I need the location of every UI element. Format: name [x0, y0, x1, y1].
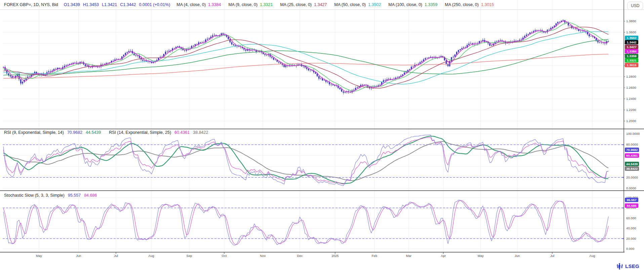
month-label: Dec — [292, 254, 307, 258]
axis-tick-label: 1.2600 — [626, 86, 636, 89]
lseg-logo: LSEG — [616, 263, 639, 270]
month-label: May — [473, 254, 488, 258]
high-value: H1.3453 — [83, 2, 99, 7]
rsi1-label: RSI (9, Exponential, Simple, 14) — [4, 130, 64, 135]
stochastic-k-value: 95.557 — [68, 193, 81, 198]
month-label: Apr — [436, 254, 451, 258]
axis-tick-label: 1.2800 — [626, 75, 636, 78]
month-label: Aug — [144, 254, 159, 258]
rsi1-avg-value: 44.5439 — [86, 130, 101, 135]
open-value: O1.3439 — [64, 2, 80, 7]
rsi2-avg-value: 38.8422 — [193, 130, 208, 135]
ma-legend-item: MA (25, close, 0)1.3427 — [280, 2, 327, 7]
axis-tick-label: 20.000 — [626, 237, 636, 240]
axis-price-badge: 60.4361 — [625, 153, 639, 158]
rsi-panel-header: RSI (9, Exponential, Simple, 14) 70.9682… — [4, 130, 208, 135]
axis-tick-label: 1.2200 — [626, 108, 636, 112]
axis-tick-label: 1.3800 — [626, 19, 636, 23]
lseg-crest-icon — [616, 263, 624, 270]
month-label: Jun — [510, 254, 525, 258]
change-value: 0.0001 (+0.01%) — [139, 2, 170, 7]
ma-legend-item: MA (9, close, 0)1.3321 — [228, 2, 273, 7]
axis-price-badge: 84.686 — [625, 203, 638, 208]
axis-price-badge: 1.3384 — [625, 49, 638, 53]
month-label: Aug — [585, 254, 600, 258]
axis-price-badge: 44.5439 — [625, 162, 639, 166]
month-label: Oct — [217, 254, 232, 258]
month-label: Mar — [401, 254, 416, 258]
axis-tick-label: 40.000 — [626, 226, 636, 230]
month-label: Jul — [545, 254, 560, 258]
ma-legend-item: MA (4, close, 0)1.3384 — [176, 2, 221, 7]
month-label: May — [32, 254, 46, 258]
axis-tick-label: 60.000 — [626, 216, 636, 220]
axis-price-badge: 1.3015 — [625, 63, 638, 67]
month-label: Nov — [255, 254, 270, 258]
axis-price-badge: 1.3442 — [625, 40, 638, 44]
axis-tick-label: 80.0000 — [626, 143, 638, 146]
axis-price-badge: 38.8422 — [625, 166, 639, 171]
stochastic-label: Stochastic Slow (5, 3, 3, Simple) — [4, 193, 65, 198]
rsi1-value: 70.9682 — [67, 130, 82, 135]
rsi2-label: RSI (14, Exponential, Simple, 25) — [109, 130, 171, 135]
axis-price-badge: 95.557 — [625, 198, 638, 202]
chart-header: FOREX GBP=, 1D, NYS, Bid O1.3439 H1.3453… — [4, 2, 501, 7]
close-value: C1.3442 — [120, 2, 136, 7]
axis-price-badge: 1.3502 — [625, 36, 638, 40]
axis-tick-label: 20.0000 — [626, 176, 638, 179]
stochastic-panel-header: Stochastic Slow (5, 3, 3, Simple) 95.557… — [4, 193, 97, 198]
low-value: L1.3421 — [102, 2, 117, 7]
axis-price-badge: 1.3359 — [625, 54, 638, 58]
stochastic-d-value: 84.686 — [84, 193, 97, 198]
axis-tick-label: 1.2000 — [626, 119, 636, 123]
ma-legend-item: MA (250, close, 0)1.3015 — [445, 2, 494, 7]
ma-legend: MA (4, close, 0)1.3384MA (9, close, 0)1.… — [176, 2, 501, 7]
chart-canvas[interactable] — [0, 0, 644, 270]
month-label: 2025 — [328, 254, 343, 258]
month-label: Jun — [71, 254, 86, 258]
axis-tick-label: 1.2400 — [626, 97, 636, 101]
axis-price-badge: 1.3427 — [625, 45, 638, 49]
ma-legend-item: MA (100, close, 0)1.3359 — [389, 2, 438, 7]
axis-tick-label: 0.0000 — [626, 186, 636, 190]
lseg-logo-text: LSEG — [625, 263, 639, 269]
axis-tick-label: 100.0000 — [626, 132, 640, 136]
axis-tick-label: 0.000 — [626, 247, 634, 250]
axis-price-badge: 70.9682 — [625, 148, 639, 152]
axis-price-badge: 1.3321 — [625, 58, 638, 63]
month-label: Sep — [182, 254, 197, 258]
ma-legend-item: MA (50, close, 0)1.3502 — [334, 2, 381, 7]
axis-tick-label: 1.3600 — [626, 30, 636, 34]
month-label: Jul — [109, 254, 123, 258]
rsi2-value: 60.4361 — [174, 130, 190, 135]
instrument-title: FOREX GBP=, 1D, NYS, Bid — [4, 2, 58, 7]
currency-selector-button[interactable]: USD — [627, 2, 643, 10]
chart-app: FOREX GBP=, 1D, NYS, Bid O1.3439 H1.3453… — [0, 0, 644, 270]
month-label: Feb — [367, 254, 382, 258]
